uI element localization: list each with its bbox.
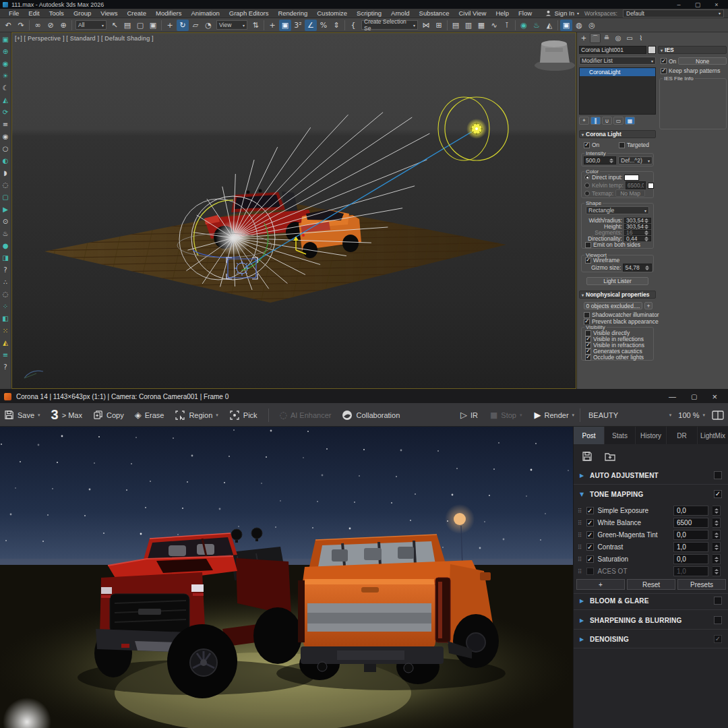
exclude-add-button[interactable]: +	[644, 302, 653, 309]
exclude-objects-button[interactable]: 0 objects excluded....	[584, 302, 642, 309]
render-view[interactable]	[0, 427, 573, 728]
drag-handle[interactable]: ⠿	[578, 532, 582, 539]
object-name-field[interactable]: Corona Light001	[579, 46, 646, 54]
spinner[interactable]	[712, 566, 721, 576]
reference-coordinate-system-dropdown[interactable]: View▾	[216, 20, 247, 30]
unlink-selection-button[interactable]: ⊘	[44, 20, 57, 31]
corona-target-icon[interactable]: ⊙	[1, 216, 11, 227]
vfb-maximize-button[interactable]: ▢	[691, 393, 697, 400]
tab-motion[interactable]: ◎	[613, 33, 624, 43]
signin-button[interactable]: Sign In ▾	[545, 9, 579, 17]
vfb-stop-button[interactable]: ■ Stop▾	[490, 411, 522, 420]
wireframe-checkbox[interactable]: ✓	[585, 257, 591, 264]
corona-teapot-icon[interactable]: ♨	[1, 228, 11, 239]
corona-ies-light-icon[interactable]: ◌	[1, 179, 11, 191]
snaps-toggle-button[interactable]: ▣	[279, 20, 291, 31]
intensity-units-dropdown[interactable]: Def...^2)▾	[618, 156, 653, 164]
width-radius-field[interactable]: 303,548	[624, 218, 651, 223]
max-maximize-button[interactable]: ▢	[693, 1, 702, 8]
vfb-zoom-dropdown[interactable]: 100 %▾	[678, 411, 705, 419]
modifier-stack[interactable]: CoronaLight	[579, 67, 656, 115]
reset-button[interactable]: Reset	[627, 579, 675, 590]
kelvin-value-field[interactable]: 6500,0	[626, 181, 646, 189]
emit-both-sides-checkbox[interactable]	[585, 242, 591, 248]
drag-handle[interactable]: ⠿	[578, 544, 582, 551]
sharpening-checkbox[interactable]	[714, 616, 722, 624]
presets-button[interactable]: Presets	[677, 579, 726, 590]
rollout-corona-light[interactable]: ▾Corona Light	[579, 130, 656, 138]
bind-to-space-warp-button[interactable]: ⊕	[57, 20, 69, 31]
corona-select-circle-icon[interactable]: ◌	[1, 289, 11, 300]
bloom-glare-checkbox[interactable]	[714, 597, 722, 605]
vfb-ai-enhancer-button[interactable]: ◌ AI Enhancer	[280, 410, 332, 420]
load-config-button[interactable]	[603, 450, 617, 463]
align-button[interactable]: ⊞	[433, 20, 445, 31]
render-setup-button[interactable]: ♨	[530, 20, 543, 31]
remove-modifier-button[interactable]: ▭	[613, 117, 624, 125]
rendered-frame-window-button[interactable]: ◭	[543, 20, 555, 31]
denoising-checkbox[interactable]: ✓	[714, 635, 722, 643]
menu-animation[interactable]: Animation	[187, 9, 224, 18]
menu-group[interactable]: Group	[69, 9, 96, 18]
max-close-button[interactable]: ×	[712, 1, 721, 8]
drag-handle[interactable]: ⠿	[578, 568, 582, 575]
kelvin-radio[interactable]	[584, 183, 590, 188]
simple-exposure-field[interactable]: 0,0	[673, 506, 708, 516]
named-selection-sets-dropdown[interactable]: Create Selection Se▾	[361, 20, 418, 30]
section-sharpening-blurring[interactable]: ▶SHARPENING & BLURRING	[574, 613, 728, 627]
render-element-dropdown[interactable]: BEAUTY▾	[588, 411, 671, 419]
angle-snap-toggle-button[interactable]: ∠	[305, 20, 317, 31]
corona-moon-icon[interactable]: ☾	[1, 82, 11, 94]
edit-named-selection-sets-button[interactable]: {	[347, 20, 359, 31]
viewport[interactable]: [+] [ Perspective ] [ Standard ] [ Defau…	[11, 32, 576, 389]
select-and-scale-button[interactable]: ▱	[189, 20, 202, 31]
undo-button[interactable]: ↶	[2, 20, 14, 31]
rollout-nonphysical[interactable]: ▾Nonphysical properties	[579, 291, 656, 299]
corona-about-icon[interactable]: ?	[1, 361, 11, 373]
corona-scatter-icon[interactable]: ∴	[1, 276, 11, 288]
tab-create[interactable]: +	[578, 33, 589, 43]
selection-filter-dropdown[interactable]: All▾	[75, 20, 107, 30]
white-balance-checkbox[interactable]: ✓	[586, 519, 594, 526]
aces-ot-field[interactable]: 1,0	[673, 566, 708, 576]
ies-keep-sharp-checkbox[interactable]: ✓	[661, 68, 667, 74]
vfb-render-button[interactable]: ▶ Render▾	[535, 410, 575, 420]
saturation-field[interactable]: 0,0	[673, 554, 708, 564]
corona-play-icon[interactable]: ▶	[1, 204, 11, 215]
corona-chat-icon[interactable]: ◗	[1, 167, 11, 179]
render-production-button[interactable]: ▣	[560, 20, 572, 31]
shadowcatcher-illuminator-checkbox[interactable]	[584, 312, 590, 318]
redo-button[interactable]: ↷	[15, 20, 27, 31]
menu-customize[interactable]: Customize	[312, 9, 352, 18]
vfb-save-button[interactable]: Save▾	[4, 410, 40, 420]
direct-input-radio[interactable]	[584, 175, 590, 180]
menu-civil-view[interactable]: Civil View	[454, 9, 491, 18]
intensity-value-field[interactable]: 500,0	[584, 156, 616, 164]
viewport-label[interactable]: [+] [ Perspective ] [ Standard ] [ Defau…	[15, 35, 154, 42]
select-and-rotate-button[interactable]: ↻	[177, 20, 189, 31]
material-editor-button[interactable]: ◉	[518, 20, 530, 31]
direct-color-swatch[interactable]	[624, 175, 639, 181]
corona-add-light-icon[interactable]: ⊕	[1, 46, 11, 57]
corona-lister-icon[interactable]: ≡	[1, 119, 11, 130]
contrast-field[interactable]: 1,0	[673, 542, 708, 552]
render-in-cloud-button[interactable]: ◎	[586, 20, 598, 31]
select-and-link-button[interactable]: ∞	[32, 20, 44, 31]
tab-stats[interactable]: Stats	[605, 427, 636, 444]
rectangular-selection-region-button[interactable]: ▢	[134, 20, 146, 31]
menu-help[interactable]: Help	[491, 9, 514, 18]
use-pivot-point-center-button[interactable]: ⇅	[249, 20, 262, 31]
corona-bell-icon[interactable]: ◭	[1, 94, 11, 106]
select-by-name-button[interactable]: ▤	[121, 20, 133, 31]
corona-sphere-icon[interactable]: ●	[1, 240, 11, 251]
section-auto-adjustment[interactable]: ▶AUTO ADJUSTMENT	[574, 468, 728, 482]
tab-utilities[interactable]: ⌇	[636, 33, 646, 43]
spinner[interactable]	[712, 542, 721, 552]
menu-substance[interactable]: Substance	[415, 9, 454, 18]
green-magenta-tint-field[interactable]: 0,0	[673, 530, 708, 540]
select-and-place-button[interactable]: ◔	[202, 20, 214, 31]
simple-exposure-checkbox[interactable]: ✓	[586, 507, 594, 514]
tab-modify[interactable]: ⌒	[590, 33, 601, 43]
pin-stack-button[interactable]: ⌖	[579, 117, 589, 125]
texmap-radio[interactable]	[584, 191, 590, 196]
